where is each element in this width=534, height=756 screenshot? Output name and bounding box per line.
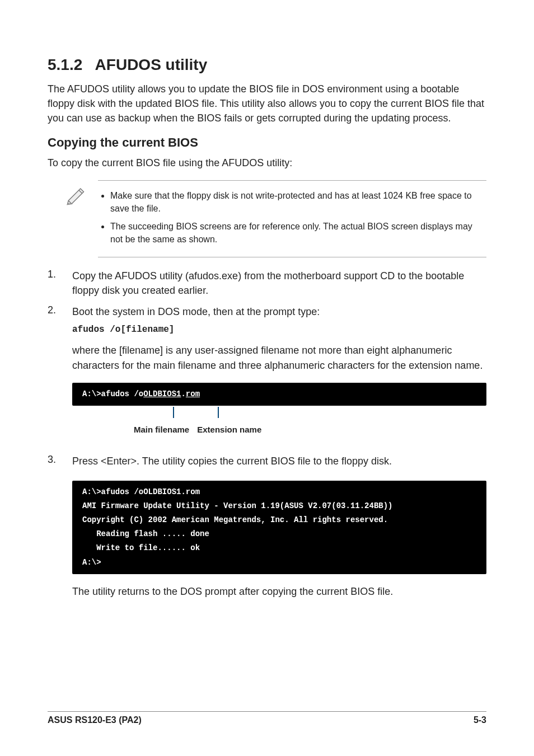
footer-right: 5-3: [474, 715, 486, 725]
numbered-list: 1. Copy the AFUDOS utility (afudos.exe) …: [48, 269, 486, 599]
step-after-text: where the [filename] is any user-assigne…: [72, 345, 483, 370]
note-item: Make sure that the floppy disk is not wr…: [110, 190, 486, 215]
terminal-dot: .: [181, 389, 185, 398]
step-text: Copy the AFUDOS utility (afudos.exe) fro…: [72, 270, 464, 296]
section-number: 5.1.2: [48, 56, 82, 73]
connector-line-icon: [173, 407, 174, 418]
terminal-main-filename: OLDBIOS1: [143, 389, 181, 398]
terminal-output-2: A:\>afudos /oOLDBIOS1.rom AMI Firmware U…: [72, 481, 486, 574]
after-terminal-text: The utility returns to the DOS prompt af…: [72, 584, 486, 599]
sub-heading: Copying the current BIOS: [48, 135, 486, 150]
step-text: Boot the system in DOS mode, then at the…: [72, 306, 320, 317]
step-number: 3.: [48, 454, 72, 599]
note-content: Make sure that the floppy disk is not wr…: [98, 180, 486, 257]
page-footer: ASUS RS120-E3 (PA2) 5-3: [48, 711, 486, 725]
step-text: Press <Enter>. The utility copies the cu…: [72, 456, 392, 467]
step-number: 2.: [48, 304, 72, 447]
section-title: AFUDOS utility: [95, 56, 208, 73]
step-1: 1. Copy the AFUDOS utility (afudos.exe) …: [48, 269, 486, 298]
step-3: 3. Press <Enter>. The utility copies the…: [48, 454, 486, 599]
connector-line-icon: [218, 407, 219, 418]
note-item: The succeeding BIOS screens are for refe…: [110, 220, 486, 246]
annotation-extension-name: Extension name: [197, 424, 261, 436]
connector-lines: [72, 409, 486, 421]
intro-paragraph: The AFUDOS utility allows you to update …: [48, 82, 486, 125]
sub-intro: To copy the current BIOS file using the …: [48, 156, 486, 170]
annotation-row: Main filename Extension name: [134, 424, 486, 436]
terminal-extension: rom: [186, 389, 200, 398]
pencil-note-icon: [64, 180, 98, 209]
section-heading: 5.1.2 AFUDOS utility: [48, 56, 486, 74]
note-block: Make sure that the floppy disk is not wr…: [48, 180, 486, 257]
step-2: 2. Boot the system in DOS mode, then at …: [48, 304, 486, 447]
step-number: 1.: [48, 269, 72, 298]
footer-left: ASUS RS120-E3 (PA2): [48, 715, 142, 725]
annotation-main-filename: Main filename: [134, 424, 189, 436]
code-command: afudos /o[filename]: [72, 323, 486, 336]
terminal-output-1: A:\>afudos /oOLDBIOS1.rom: [72, 383, 486, 406]
terminal-prefix: A:\>afudos /o: [82, 389, 143, 398]
